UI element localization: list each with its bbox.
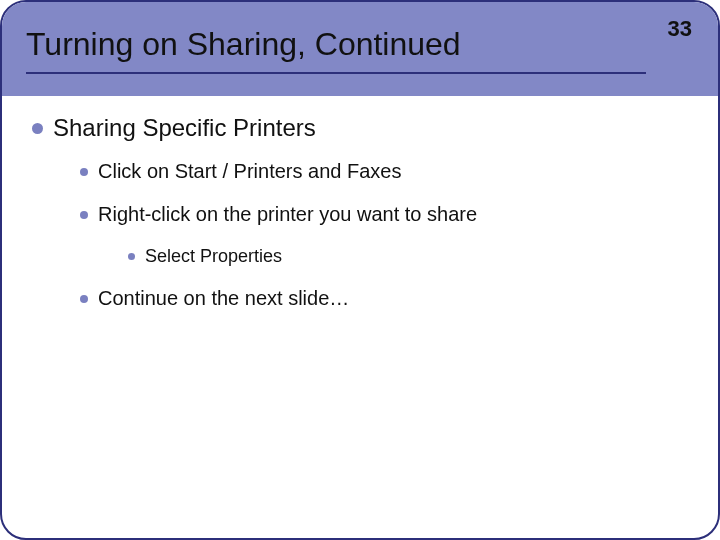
bullet-text: Sharing Specific Printers xyxy=(53,114,316,142)
page-number: 33 xyxy=(668,16,692,42)
bullet-icon xyxy=(128,253,135,260)
slide-frame: 33 Turning on Sharing, Continued Sharing… xyxy=(0,0,720,540)
bullet-level-2: Right-click on the printer you want to s… xyxy=(80,203,678,226)
bullet-text: Continue on the next slide… xyxy=(98,287,349,310)
bullet-text: Select Properties xyxy=(145,246,282,267)
bullet-icon xyxy=(80,211,88,219)
bullet-icon xyxy=(80,295,88,303)
bullet-level-2: Continue on the next slide… xyxy=(80,287,678,310)
slide-title: Turning on Sharing, Continued xyxy=(26,26,461,63)
bullet-level-3: Select Properties xyxy=(128,246,678,267)
bullet-text: Click on Start / Printers and Faxes xyxy=(98,160,401,183)
bullet-icon xyxy=(80,168,88,176)
slide-content: Sharing Specific Printers Click on Start… xyxy=(32,114,678,330)
bullet-text: Right-click on the printer you want to s… xyxy=(98,203,477,226)
title-underline xyxy=(26,72,646,74)
bullet-icon xyxy=(32,123,43,134)
bullet-level-1: Sharing Specific Printers xyxy=(32,114,678,142)
bullet-level-2: Click on Start / Printers and Faxes xyxy=(80,160,678,183)
